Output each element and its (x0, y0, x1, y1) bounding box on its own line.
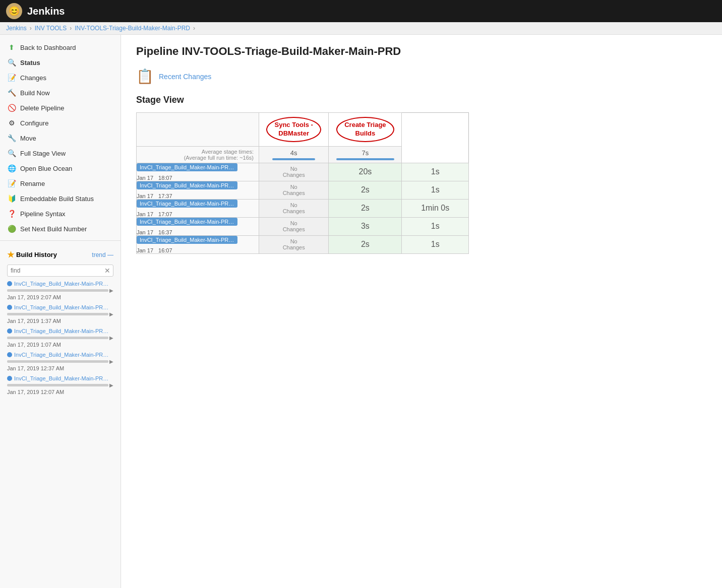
build-date-info-0: Jan 17 18:07 (137, 175, 259, 181)
sidebar-item-embeddable-build-status[interactable]: 🔰 Embeddable Build Status (0, 191, 121, 206)
build-badge-2[interactable]: InvCI_Triage_Build_Maker-Main-PRD-20141 (137, 200, 237, 208)
breadcrumb-inv-tools[interactable]: INV TOOLS (35, 25, 67, 32)
avg-time-create-triage: 7s (329, 146, 402, 163)
recent-changes-link[interactable]: Recent Changes (159, 73, 211, 81)
layout: ⬆ Back to Dashboard 🔍 Status 📝 Changes 🔨… (0, 35, 722, 588)
stage-table-wrap: Sync Tools -DBMaster Create TriageBuilds (136, 112, 707, 254)
sidebar-item-open-blue-ocean[interactable]: 🌐 Open Blue Ocean (0, 161, 121, 176)
sidebar-label-embeddable-build-status: Embeddable Build Status (20, 195, 94, 203)
notepad-icon: 📋 (136, 68, 154, 85)
stage-table: Sync Tools -DBMaster Create TriageBuilds (136, 112, 469, 254)
set-next-build-number-icon: 🟢 (7, 224, 16, 233)
stage-header-empty (137, 113, 259, 147)
avg-time-bar-create-triage (336, 158, 394, 160)
search-input[interactable] (7, 265, 113, 277)
avg-times-label-cell: Average stage times: (Average full run t… (137, 146, 259, 163)
status-icon: 🔍 (7, 58, 16, 67)
build-info-cell-2: InvCI_Triage_Build_Maker-Main-PRD-20141 … (137, 199, 259, 217)
stage-header-row: Sync Tools -DBMaster Create TriageBuilds (137, 113, 469, 147)
no-changes-cell-0: No Changes (259, 163, 328, 181)
delete-pipeline-icon: 🚫 (7, 103, 16, 112)
table-row: InvCI_Triage_Build_Maker-Main-PRD-20139 … (137, 235, 469, 253)
sidebar-item-rename[interactable]: 📝 Rename (0, 176, 121, 191)
sidebar-item-full-stage-view[interactable]: 🔍 Full Stage View (0, 146, 121, 161)
build-history-title: Build History (14, 251, 92, 258)
list-item[interactable]: InvCI_Triage_Build_Maker-Main-PRD-20143 … (0, 279, 121, 302)
build-info-cell-4: InvCI_Triage_Build_Maker-Main-PRD-20139 … (137, 235, 259, 253)
sidebar-label-status: Status (20, 59, 40, 67)
list-item[interactable]: InvCI_Triage_Build_Maker-Main-PRD-20140 … (0, 350, 121, 373)
stage2-time-4: 1s (402, 235, 469, 253)
create-triage-builds-label: Create TriageBuilds (336, 117, 394, 142)
stage2-time-0: 1s (402, 163, 469, 181)
pipeline-syntax-icon: ❓ (7, 209, 16, 218)
no-changes-cell-4: No Changes (259, 235, 328, 253)
build-badge-1[interactable]: InvCI_Triage_Build_Maker-Main-PRD-20142 (137, 181, 237, 189)
build-date-info-2: Jan 17 17:07 (137, 211, 259, 217)
full-stage-view-icon: 🔍 (7, 149, 16, 158)
stage1-time-1: 2s (329, 181, 402, 199)
jenkins-title: Jenkins (27, 6, 65, 17)
sidebar-label-pipeline-syntax: Pipeline Syntax (20, 210, 66, 218)
stage1-time-2: 2s (329, 199, 402, 217)
stage-header-create-triage: Create TriageBuilds (329, 113, 402, 147)
no-changes-cell-1: No Changes (259, 181, 328, 199)
list-item[interactable]: InvCI_Triage_Build_Maker-Main-PRD-20141 … (0, 326, 121, 350)
sidebar-label-open-blue-ocean: Open Blue Ocean (20, 165, 72, 172)
sidebar-item-changes[interactable]: 📝 Changes (0, 70, 121, 85)
breadcrumb-sep-2: › (70, 25, 72, 32)
build-info-cell-0: InvCI_Triage_Build_Maker-Main-PRD-20143 … (137, 163, 259, 181)
sidebar-label-back-dashboard: Back to Dashboard (20, 44, 76, 51)
build-badge-0[interactable]: InvCI_Triage_Build_Maker-Main-PRD-20143 (137, 163, 237, 171)
breadcrumb-sep-1: › (30, 25, 32, 32)
embeddable-build-status-icon: 🔰 (7, 194, 16, 203)
build-now-icon: 🔨 (7, 88, 16, 97)
build-history-header: ★ Build History trend — (0, 245, 121, 263)
breadcrumb: Jenkins › INV TOOLS › INV-TOOLS-Triage-B… (0, 22, 722, 35)
header: 😊 Jenkins (0, 0, 722, 22)
sidebar-label-changes: Changes (20, 74, 46, 82)
changes-icon: 📝 (7, 73, 16, 82)
rename-icon: 📝 (7, 179, 16, 188)
avg-full-run-label: (Average full run time: ~16s) (142, 155, 254, 161)
open-blue-ocean-icon: 🌐 (7, 164, 16, 173)
sidebar: ⬆ Back to Dashboard 🔍 Status 📝 Changes 🔨… (0, 35, 121, 588)
stage1-time-4: 2s (329, 235, 402, 253)
sidebar-item-move[interactable]: 🔧 Move (0, 130, 121, 146)
stage-header-sync-tools: Sync Tools -DBMaster (259, 113, 328, 147)
sidebar-item-pipeline-syntax[interactable]: ❓ Pipeline Syntax (0, 206, 121, 221)
trend-link[interactable]: trend — (92, 251, 113, 258)
sidebar-item-back-dashboard[interactable]: ⬆ Back to Dashboard (0, 40, 121, 55)
sidebar-item-configure[interactable]: ⚙ Configure (0, 115, 121, 130)
breadcrumb-sep-3: › (193, 25, 195, 32)
build-date-info-4: Jan 17 16:07 (137, 247, 259, 253)
sidebar-item-status[interactable]: 🔍 Status (0, 55, 121, 70)
breadcrumb-jenkins[interactable]: Jenkins (6, 25, 27, 32)
build-badge-3[interactable]: InvCI_Triage_Build_Maker-Main-PRD-20140 (137, 218, 237, 226)
stage2-time-1: 1s (402, 181, 469, 199)
table-row: InvCI_Triage_Build_Maker-Main-PRD-20142 … (137, 181, 469, 199)
sidebar-label-build-now: Build Now (20, 89, 50, 97)
build-history-star-icon: ★ (7, 250, 14, 259)
page-title: Pipeline INV-TOOLS-Triage-Build-Maker-Ma… (136, 45, 707, 58)
back-dashboard-icon: ⬆ (7, 43, 16, 52)
sidebar-item-set-next-build-number[interactable]: 🟢 Set Next Build Number (0, 221, 121, 236)
no-changes-cell-2: No Changes (259, 199, 328, 217)
search-box-wrap: ✕ (0, 263, 121, 279)
avg-time-sync-tools: 4s (259, 146, 328, 163)
sidebar-item-build-now[interactable]: 🔨 Build Now (0, 85, 121, 100)
jenkins-logo: 😊 (6, 3, 22, 19)
recent-changes-row: 📋 Recent Changes (136, 68, 707, 85)
sidebar-item-delete-pipeline[interactable]: 🚫 Delete Pipeline (0, 100, 121, 115)
build-badge-4[interactable]: InvCI_Triage_Build_Maker-Main-PRD-20139 (137, 236, 237, 244)
sidebar-label-move: Move (20, 135, 36, 142)
table-row: InvCI_Triage_Build_Maker-Main-PRD-20143 … (137, 163, 469, 181)
breadcrumb-pipeline[interactable]: INV-TOOLS-Triage-Build-Maker-Main-PRD (75, 25, 190, 32)
clear-search-button[interactable]: ✕ (104, 267, 110, 275)
list-item[interactable]: InvCI_Triage_Build_Maker-Main-PRD-20139 … (0, 373, 121, 397)
list-item[interactable]: InvCI_Triage_Build_Maker-Main-PRD-20142 … (0, 302, 121, 326)
sidebar-label-configure: Configure (20, 119, 48, 127)
sidebar-label-rename: Rename (20, 180, 45, 187)
move-icon: 🔧 (7, 134, 16, 143)
avg-time-bar-sync-tools (272, 158, 315, 160)
